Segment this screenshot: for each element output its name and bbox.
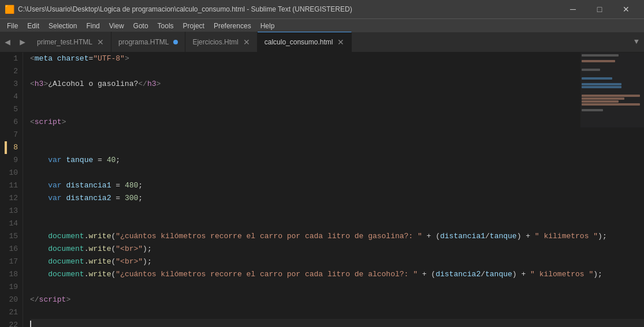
code-span	[120, 179, 125, 192]
code-line-9: var tanque = 40;	[30, 154, 644, 167]
code-span	[62, 192, 66, 205]
code-span: "¿cuántos kilómetros recorre el carro po…	[116, 230, 422, 243]
tab-close-calculo[interactable]: ✕	[337, 38, 344, 46]
code-line-17: document.write("<br>");	[30, 255, 644, 268]
ln-8: 8	[5, 141, 18, 154]
app-icon: 🟧	[5, 5, 14, 14]
code-line-7	[30, 129, 644, 141]
tab-primer-test[interactable]: primer_test.HTML ✕	[30, 32, 111, 52]
menu-view[interactable]: View	[105, 19, 129, 32]
code-span: "<br>"	[116, 243, 143, 255]
code-span: ;	[116, 154, 120, 167]
code-line-8	[30, 141, 644, 154]
code-span: document	[48, 255, 84, 268]
menu-find[interactable]: Find	[81, 19, 104, 32]
tab-ejercicios[interactable]: Ejercicios.Html ✕	[185, 32, 257, 52]
code-span	[62, 154, 66, 167]
code-span	[111, 179, 116, 192]
maximize-button[interactable]: □	[586, 0, 613, 18]
menu-edit[interactable]: Edit	[23, 19, 44, 32]
editor[interactable]: 1 2 3 4 5 6 7 8 9 10 11 12 13 14 15 16 1…	[0, 52, 644, 327]
ln-14: 14	[5, 217, 18, 230]
code-span: );	[143, 243, 152, 255]
ln-11: 11	[5, 179, 18, 192]
code-span: "UTF-8"	[93, 52, 125, 65]
code-span: (	[111, 268, 116, 281]
code-span: /	[481, 268, 485, 281]
tab-close-primer[interactable]: ✕	[97, 38, 104, 46]
code-span: >	[62, 116, 66, 129]
code-span: =	[98, 154, 102, 167]
code-line-20: </script>	[30, 294, 644, 306]
ln-15: 15	[5, 230, 18, 243]
code-span: document	[48, 230, 84, 243]
tab-overflow-button[interactable]: ▼	[629, 32, 644, 52]
tab-modified-dot	[173, 40, 178, 44]
code-span: + (	[418, 268, 435, 281]
code-span: .	[84, 243, 89, 255]
menu-selection[interactable]: Selection	[44, 19, 81, 32]
ln-2: 2	[5, 65, 18, 78]
code-span: var	[48, 154, 61, 167]
code-span: meta	[35, 52, 53, 65]
code-span: >	[156, 78, 161, 91]
code-span: script	[35, 116, 62, 129]
code-line-4	[30, 91, 644, 103]
code-span: + (	[422, 230, 440, 243]
ln-7: 7	[5, 129, 18, 141]
code-span: tanque	[66, 154, 93, 167]
code-span: "¿cuántos kilómetros recorre el carro po…	[116, 268, 418, 281]
code-span: ) +	[517, 230, 535, 243]
line-numbers: 1 2 3 4 5 6 7 8 9 10 11 12 13 14 15 16 1…	[0, 52, 23, 327]
tab-label: calculo_consumo.html	[265, 38, 333, 46]
code-span: write	[88, 255, 111, 268]
tab-close-ejercicios[interactable]: ✕	[243, 38, 250, 46]
ln-5: 5	[5, 103, 18, 116]
ln-19: 19	[5, 281, 18, 294]
code-span	[30, 255, 48, 268]
code-line-5	[30, 103, 644, 116]
code-span: " kilimetros "	[535, 230, 598, 243]
ln-6: 6	[5, 116, 18, 129]
code-span: =	[116, 179, 120, 192]
text-cursor	[30, 321, 31, 327]
ln-10: 10	[5, 167, 18, 179]
close-button[interactable]: ✕	[613, 0, 639, 18]
menu-help[interactable]: Help	[256, 19, 280, 32]
ln-17: 17	[5, 255, 18, 268]
code-span	[30, 154, 48, 167]
ln-4: 4	[5, 91, 18, 103]
code-span: write	[88, 243, 111, 255]
menu-goto[interactable]: Goto	[129, 19, 153, 32]
code-span: =	[116, 192, 120, 205]
menu-bar: File Edit Selection Find View Goto Tools…	[0, 18, 644, 32]
code-span: >	[66, 294, 70, 306]
menu-file[interactable]: File	[2, 19, 23, 32]
code-span	[62, 179, 66, 192]
tab-prev-button[interactable]: ◀	[0, 32, 15, 52]
code-span: h3	[35, 78, 44, 91]
code-line-19	[30, 281, 644, 294]
tab-calculo[interactable]: calculo_consumo.html ✕	[258, 32, 352, 52]
code-span: ¿Alcohol o gasolina?	[48, 78, 138, 91]
menu-project[interactable]: Project	[178, 19, 209, 32]
menu-tools[interactable]: Tools	[153, 19, 178, 32]
code-span: (	[111, 255, 116, 268]
code-line-21	[30, 306, 644, 319]
code-area[interactable]: <meta charset="UTF-8"> <h3>¿Alcohol o ga…	[23, 52, 644, 327]
window-controls: ─ □ ✕	[560, 0, 639, 18]
code-line-6: <script>	[30, 116, 644, 129]
code-span: tanque	[490, 230, 517, 243]
menu-preferences[interactable]: Preferences	[209, 19, 256, 32]
code-span: distancia1	[66, 179, 111, 192]
minimize-button[interactable]: ─	[560, 0, 586, 18]
code-span: document	[48, 243, 84, 255]
tab-next-button[interactable]: ▶	[15, 32, 30, 52]
code-span: >	[43, 78, 48, 91]
tab-label: programa.HTML	[118, 38, 169, 46]
tab-programa[interactable]: programa.HTML	[111, 32, 185, 52]
code-span: charset	[57, 52, 89, 65]
code-span: var	[48, 179, 61, 192]
code-span: );	[598, 230, 607, 243]
code-span: <	[30, 116, 35, 129]
